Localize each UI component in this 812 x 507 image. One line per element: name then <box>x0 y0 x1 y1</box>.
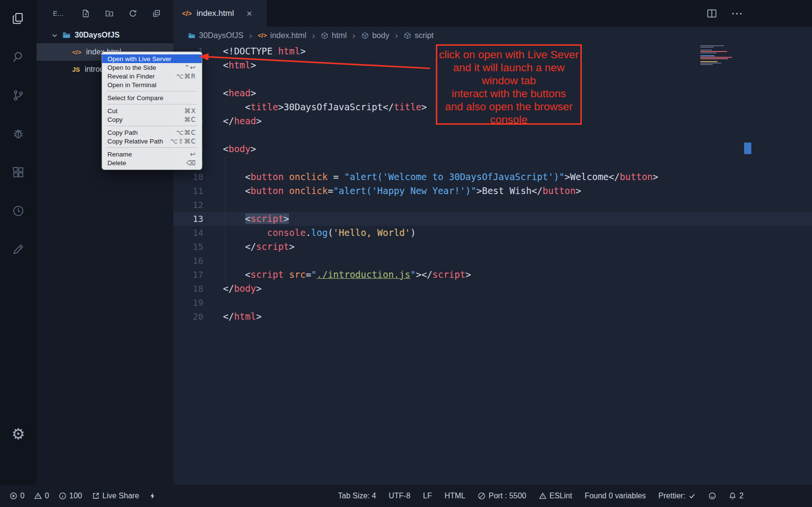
menu-item-select-for-compare[interactable]: Select for Compare <box>102 93 202 102</box>
line-number: 19 <box>173 296 203 310</box>
line-number: 20 <box>173 310 203 324</box>
html-file-icon: </> <box>182 10 192 17</box>
code-line-17[interactable]: 17 <script src="./introduction.js"></scr… <box>173 268 812 282</box>
code-line-9[interactable]: 9 <box>173 156 812 170</box>
code-token: log <box>311 227 327 238</box>
code-token: > <box>576 185 581 196</box>
code-token: < <box>223 269 250 280</box>
code-token: src <box>289 269 305 280</box>
new-folder-icon[interactable] <box>105 9 114 18</box>
code-token: </ <box>421 269 432 280</box>
activity-run-debug-button[interactable] <box>0 116 37 154</box>
code-line-13[interactable]: 13 <script> <box>173 212 812 226</box>
breadcrumb-item-file[interactable]: </> index.html <box>258 31 306 40</box>
activity-source-control-button[interactable] <box>0 77 37 116</box>
line-number: 15 <box>173 240 203 254</box>
breadcrumb-item-html[interactable]: html <box>321 31 347 40</box>
code-token: < <box>245 213 250 224</box>
code-line-15[interactable]: 15 </script> <box>173 240 812 254</box>
code-line-7[interactable]: 7 <box>173 128 812 142</box>
new-file-icon[interactable] <box>81 9 90 18</box>
breadcrumb-item-folder[interactable]: 30DaysOfJS <box>188 31 244 40</box>
breadcrumb-label: script <box>415 31 433 40</box>
status-prettier[interactable]: Prettier: <box>658 492 696 500</box>
status-encoding[interactable]: UTF-8 <box>389 492 410 500</box>
breadcrumb-item-script[interactable]: script <box>404 31 433 40</box>
warning-icon <box>539 492 547 500</box>
activity-search-button[interactable] <box>0 39 37 77</box>
source-control-icon <box>12 89 25 104</box>
cube-icon <box>361 32 369 39</box>
status-warnings[interactable]: 0 <box>34 492 49 500</box>
menu-item-open-in-terminal[interactable]: Open in Terminal <box>102 80 202 89</box>
status-end-of-line[interactable]: LF <box>423 492 432 500</box>
menu-item-open-to-the-side[interactable]: Open to the Side⌃↩ <box>102 63 202 72</box>
code-token: > <box>653 171 658 182</box>
code-line-18[interactable]: 18</body> <box>173 282 812 296</box>
status-language-mode[interactable]: HTML <box>445 492 466 500</box>
annotation-line: click on open with Live Sever <box>437 48 580 61</box>
status-live-share[interactable]: Live Share <box>92 492 140 500</box>
code-line-20[interactable]: 20</html> <box>173 310 812 324</box>
code-line-8[interactable]: 8<body> <box>173 142 812 156</box>
code-line-19[interactable]: 19 <box>173 296 812 310</box>
close-tab-icon[interactable]: × <box>247 9 252 18</box>
line-number: 12 <box>173 198 203 212</box>
code-token: >30DaysOfJavaScript</ <box>278 102 393 112</box>
scrollbar-marker[interactable] <box>744 143 751 154</box>
folder-icon <box>188 32 196 39</box>
status-tab-size[interactable]: Tab Size: 4 <box>338 492 376 500</box>
code-token: script <box>250 269 284 280</box>
tab-index-html[interactable]: </> index.html × <box>173 0 267 26</box>
menu-item-cut[interactable]: Cut⌘X <box>102 106 202 115</box>
explorer-toolbar <box>81 9 161 18</box>
settings-gear-button[interactable]: ⚙ <box>0 425 37 442</box>
code-line-16[interactable]: 16 <box>173 254 812 268</box>
menu-item-rename[interactable]: Rename↩ <box>102 150 202 158</box>
code-line-11[interactable]: 11 <button onclick="alert('Happy New Yea… <box>173 184 812 198</box>
refresh-icon[interactable] <box>129 9 137 18</box>
menu-item-delete[interactable]: Delete⌫ <box>102 158 202 167</box>
status-bolt[interactable] <box>149 492 157 500</box>
line-number: 16 <box>173 254 203 268</box>
activity-editing-button[interactable] <box>0 231 37 270</box>
collapse-folders-icon[interactable] <box>152 9 161 18</box>
code-token: button <box>543 185 576 196</box>
status-notifications[interactable]: 2 <box>729 492 744 500</box>
bolt-icon <box>149 492 157 500</box>
code-token: head <box>234 116 256 126</box>
status-info-count[interactable]: 100 <box>59 492 82 500</box>
more-actions-icon[interactable]: ⋯ <box>731 7 744 20</box>
menu-item-open-with-live-server[interactable]: Open with Live Server <box>102 54 202 63</box>
code-line-12[interactable]: 12 <box>173 198 812 212</box>
line-number: 18 <box>173 282 203 296</box>
menu-item-reveal-in-finder[interactable]: Reveal in Finder⌥⌘R <box>102 72 202 80</box>
search-icon <box>12 50 25 65</box>
status-live-server-port[interactable]: Port : 5500 <box>478 492 526 500</box>
status-eslint[interactable]: ESLint <box>539 492 572 500</box>
folder-icon <box>62 31 71 39</box>
status-errors[interactable]: 0 <box>10 492 25 500</box>
split-editor-icon[interactable] <box>706 8 718 19</box>
code-token: > <box>421 102 427 112</box>
activity-explorer-button[interactable] <box>0 0 37 39</box>
minimap[interactable] <box>700 45 743 65</box>
menu-item-copy-path[interactable]: Copy Path⌥⌘C <box>102 128 202 137</box>
vscode-window: ⚙ E... 30DaysOfJS </> index.html JS intr… <box>0 0 812 507</box>
explorer-root-folder[interactable]: 30DaysOfJS <box>37 27 173 43</box>
code-token: ( <box>327 227 333 238</box>
activity-timer-button[interactable] <box>0 193 37 231</box>
code-token: "alert('Welcome to 30DaysOfJavaScript')" <box>344 171 565 182</box>
menu-item-copy[interactable]: Copy⌘C <box>102 115 202 124</box>
menu-item-copy-relative-path[interactable]: Copy Relative Path⌥⇧⌘C <box>102 137 202 145</box>
folder-name: 30DaysOfJS <box>75 31 119 39</box>
status-variables-found[interactable]: Found 0 variables <box>585 492 646 500</box>
code-line-14[interactable]: 14 console.log('Hello, World') <box>173 226 812 240</box>
code-line-10[interactable]: 10 <button onclick = "alert('Welcome to … <box>173 170 812 184</box>
activity-extensions-button[interactable] <box>0 154 37 193</box>
code-token <box>284 171 289 182</box>
breadcrumb-item-body[interactable]: body <box>361 31 390 40</box>
code-token: < <box>223 143 228 154</box>
code-token: script <box>256 241 289 252</box>
status-feedback-smiley[interactable] <box>708 492 716 500</box>
